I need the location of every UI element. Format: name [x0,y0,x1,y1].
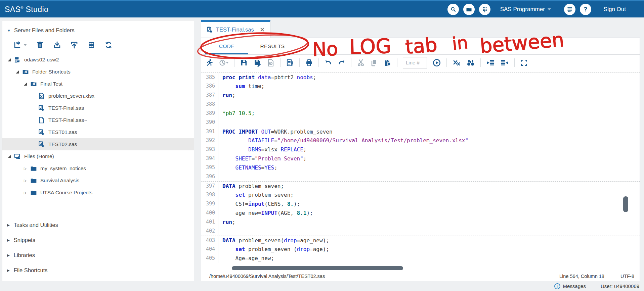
help-button[interactable]: ? [580,4,591,15]
tree-caret-icon[interactable] [8,58,14,61]
go-icon [432,58,441,67]
outdent-icon [500,59,509,67]
vertical-scrollbar[interactable] [623,196,628,212]
tree-item-files-home-[interactable]: Files (Home) [2,150,194,162]
download-button[interactable] [53,41,61,49]
copy-button[interactable] [370,59,378,67]
search-button[interactable] [447,4,459,15]
tree-item-my-system-notices[interactable]: my_system_notices [2,162,194,175]
code-line-386: 386 sum time; [201,82,640,91]
tree-caret-icon[interactable] [24,191,30,195]
outdent-button[interactable] [500,59,509,67]
redo-icon [338,59,346,67]
code-line-404: 404 set problem_seven (drop=age); [201,245,640,254]
submit-history-button[interactable] [219,59,229,67]
code-line-398: 398 set problem_seven; [201,190,640,199]
horizontal-scrollbar[interactable] [232,266,403,270]
tree-item-label: odaws02-usw2 [24,57,59,63]
document-tab[interactable]: TEST-Final.sas ✕ [201,20,270,38]
print-button[interactable] [305,59,313,67]
tree-caret-icon[interactable] [24,83,30,86]
line-number: 399 [201,199,218,208]
open-files-button[interactable] [463,4,475,15]
clear-icon [452,59,461,67]
new-item-button[interactable] [13,41,27,49]
run-button[interactable] [205,59,213,67]
tree-caret-icon[interactable] [24,179,30,183]
tree-item-test-final-sas[interactable]: TEST-Final.sas [2,102,194,114]
sidebar-section-tasks-and-utilities[interactable]: Tasks and Utilities [2,217,194,233]
folder-icon [30,165,37,172]
help-icon: ? [584,6,587,13]
tree-item-folder-shortcuts[interactable]: Folder Shortcuts [2,66,194,78]
line-number: 396 [201,172,218,181]
refresh-button[interactable] [104,41,113,49]
tree-item-label: UTSA Course Projects [40,190,92,196]
server-connections-button[interactable] [564,4,575,15]
code-line-400: 400 age_new=INPUT(AGE, 8.1); [201,208,640,217]
code-line-388: 388 [201,100,640,109]
sign-out-button[interactable]: Sign Out [604,6,626,13]
upload-icon [70,41,78,49]
sidebar-section-libraries[interactable]: Libraries [2,248,194,263]
code-text: DBMS=xlsx REPLACE; [218,145,640,154]
tree-item-label: TEST02.sas [48,141,77,147]
apps-button[interactable] [479,4,490,15]
folder-icon [466,6,472,13]
code-editor[interactable]: 385proc print data=pbtrt2 noobs;386 sum … [201,70,640,265]
maximize-icon [520,59,528,67]
properties-button[interactable] [87,41,95,49]
folder-icon [30,177,37,184]
clear-code-button[interactable] [452,59,461,67]
goto-line-input[interactable] [403,57,427,68]
section-label: Snippets [14,237,35,243]
undo-button[interactable] [324,59,332,67]
tree-item-test02-sas[interactable]: TEST02.sas [2,138,194,150]
paste-button[interactable] [384,59,392,67]
maximize-button[interactable] [520,59,528,67]
tree-item-test01-sas[interactable]: TEST01.sas [2,126,194,138]
tab-code[interactable]: CODE [204,38,250,54]
format-code-button[interactable] [286,59,294,67]
sidebar-section-snippets[interactable]: Snippets [2,233,194,248]
code-text: *pb7 10.5; [218,109,640,118]
line-number: 405 [201,254,218,263]
menu-lines-icon [566,6,573,13]
tree-caret-icon[interactable] [24,166,30,171]
find-replace-button[interactable] [466,59,475,67]
line-number: 397 [201,182,218,190]
tree-item-label: my_system_notices [40,165,86,172]
save-as-button[interactable] [253,59,261,67]
server-files-header[interactable]: ▼ Server Files and Folders [2,20,194,34]
tree-item-problem-seven-xlsx[interactable]: problem_seven.xlsx [2,90,194,102]
delete-button[interactable] [36,41,44,49]
save-button[interactable] [240,59,248,67]
tree-item-survival-analysis[interactable]: Survival Analysis [2,175,194,187]
line-number: 400 [201,208,218,217]
cut-button[interactable] [357,59,365,67]
tree-item-test-final-sas-[interactable]: TEST-Final.sas~ [2,114,194,126]
tree-item-odaws02-usw2[interactable]: odaws02-usw2 [2,54,194,66]
tree-item-utsa-course-projects[interactable]: UTSA Course Projects [2,187,194,199]
tree-caret-icon[interactable] [8,155,14,158]
redo-button[interactable] [338,59,346,67]
tree-item-label: problem_seven.xlsx [48,93,94,99]
server-files-title: Server Files and Folders [14,27,75,34]
user-role-menu[interactable]: SAS Programmer [500,6,551,13]
refresh-icon [104,41,113,49]
undo-icon [324,59,332,67]
upload-button[interactable] [70,41,78,49]
messages-button[interactable]: i Messages [554,283,586,289]
cut-icon [357,59,365,67]
file-info-button[interactable] [267,59,275,67]
trash-icon [36,41,44,49]
tree-item-final-test[interactable]: Final Test [2,78,194,90]
tree-caret-icon[interactable] [16,70,22,74]
tab-results[interactable]: RESULTS [250,38,295,54]
indent-button[interactable] [486,59,495,67]
history-icon [219,59,229,67]
goto-line-button[interactable] [432,58,441,67]
code-text [218,172,640,181]
sidebar-section-file-shortcuts[interactable]: File Shortcuts [2,263,194,278]
close-icon[interactable]: ✕ [260,26,265,34]
